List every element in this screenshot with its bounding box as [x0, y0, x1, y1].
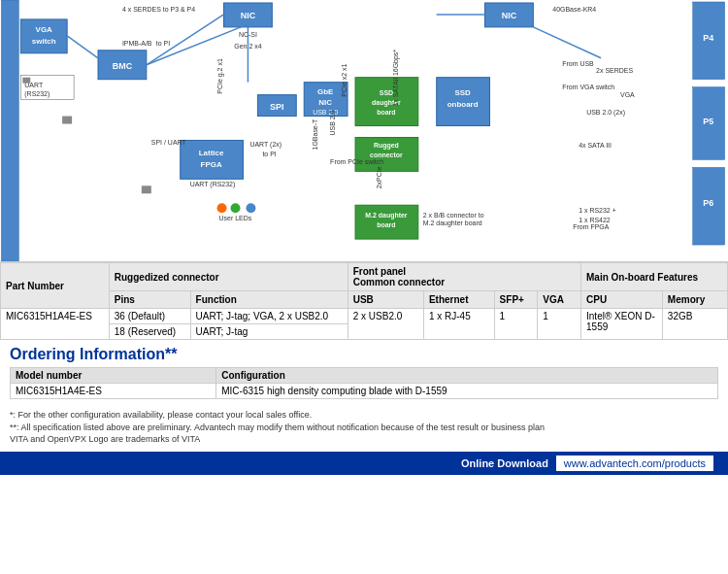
pins-header: Pins	[109, 291, 190, 309]
svg-text:IPMB-A/B: IPMB-A/B	[122, 40, 152, 47]
svg-text:From FPGA: From FPGA	[573, 223, 610, 230]
svg-text:(RS232): (RS232)	[24, 90, 50, 98]
ethernet-cell: 1 x RJ-45	[423, 309, 494, 340]
note-3: VITA and OpenVPX Logo are trademarks of …	[10, 433, 718, 446]
svg-text:SPI: SPI	[270, 102, 283, 112]
specs-table: Part Number Ruggedized connector Front p…	[0, 262, 728, 340]
svg-text:4 x SERDES to P3 & P4: 4 x SERDES to P3 & P4	[122, 6, 195, 13]
svg-text:SPI / UART: SPI / UART	[151, 139, 187, 146]
function-cell-1: UART; J-tag; VGA, 2 x USB2.0	[190, 309, 347, 324]
diagram-svg: P4 P5 P6 NIC NIC 4 x SERDES to P3 & P4 4…	[0, 0, 728, 261]
function-cell-2: UART; J-tag	[190, 324, 347, 340]
sfp-header: SFP+	[494, 291, 538, 309]
svg-text:USB 2.0 (2x): USB 2.0 (2x)	[586, 109, 625, 117]
svg-rect-74	[62, 117, 72, 124]
part-number-header: Part Number	[1, 263, 110, 309]
notes-section: *: For the other configuration availabil…	[0, 407, 728, 448]
svg-text:NIC: NIC	[241, 11, 256, 20]
svg-text:From PCIe switch: From PCIe switch	[330, 158, 383, 165]
svg-text:User LEDs: User LEDs	[219, 215, 252, 221]
svg-text:M.2 daughter: M.2 daughter	[365, 212, 408, 219]
svg-text:2 x B/B connector to: 2 x B/B connector to	[423, 212, 484, 219]
vga-cell: 1	[538, 309, 581, 340]
svg-text:board: board	[377, 109, 395, 116]
svg-text:40GBase-KR4: 40GBase-KR4	[552, 6, 596, 13]
svg-text:M.2 daughter board: M.2 daughter board	[423, 219, 482, 227]
memory-header: Memory	[662, 291, 727, 309]
svg-point-72	[246, 203, 255, 213]
table-row: MIC6315H1A4E-ES 36 (Default) UART; J-tag…	[1, 309, 728, 324]
svg-text:UART (RS232): UART (RS232)	[190, 181, 236, 188]
footer-label: Online Download	[461, 457, 548, 469]
part-number-cell: MIC6315H1A4E-ES	[1, 309, 110, 340]
svg-text:VGA: VGA	[620, 91, 635, 98]
svg-point-71	[231, 203, 241, 213]
svg-text:switch: switch	[32, 37, 56, 46]
svg-text:to PI: to PI	[262, 151, 276, 157]
svg-text:VGA: VGA	[36, 25, 53, 34]
svg-text:FPGA: FPGA	[201, 160, 222, 169]
footer-url: www.advantech.com/products	[556, 456, 713, 471]
main-features-header: Main On-board Features	[581, 263, 728, 291]
svg-text:BMC: BMC	[113, 61, 133, 71]
svg-text:Rugged: Rugged	[374, 142, 399, 150]
svg-text:1 x RS422: 1 x RS422	[579, 217, 611, 223]
ordering-config: MIC-6315 high density computing blade wi…	[216, 384, 718, 399]
ethernet-header: Ethernet	[423, 291, 494, 309]
svg-text:NIC: NIC	[502, 11, 517, 20]
block-diagram: P4 P5 P6 NIC NIC 4 x SERDES to P3 & P4 4…	[0, 0, 728, 262]
svg-rect-26	[22, 78, 30, 84]
svg-text:connector: connector	[370, 152, 403, 158]
svg-text:2xPCIe: 2xPCIe	[376, 166, 382, 188]
vga-header: VGA	[538, 291, 581, 309]
config-header: Configuration	[216, 368, 718, 384]
footer: Online Download www.advantech.com/produc…	[0, 452, 728, 475]
svg-rect-1	[1, 0, 18, 261]
specs-section: Part Number Ruggedized connector Front p…	[0, 262, 728, 340]
svg-text:PCIe x2 x1: PCIe x2 x1	[341, 63, 347, 96]
svg-text:UART (2x): UART (2x)	[249, 141, 281, 149]
cpu-header: CPU	[581, 291, 663, 309]
ordering-table: Model number Configuration MIC6315H1A4E-…	[10, 367, 718, 399]
svg-text:USB 2.0: USB 2.0	[329, 110, 336, 135]
ordering-row: MIC6315H1A4E-ES MIC-6315 high density co…	[11, 384, 718, 399]
svg-text:P5: P5	[703, 117, 713, 126]
svg-text:1x SATAll 16Gbps*: 1x SATAll 16Gbps*	[392, 50, 400, 107]
svg-text:board: board	[377, 221, 395, 228]
svg-text:P4: P4	[703, 33, 713, 43]
ordering-model: MIC6315H1A4E-ES	[11, 384, 216, 399]
svg-text:onboard: onboard	[447, 100, 479, 109]
usb-header: USB	[347, 291, 423, 309]
svg-text:PCIe g.2 x1: PCIe g.2 x1	[216, 58, 224, 94]
svg-text:NIC: NIC	[318, 98, 332, 107]
svg-text:Lattice: Lattice	[199, 149, 224, 157]
svg-text:to PI: to PI	[156, 40, 170, 47]
pins-cell-1: 36 (Default)	[109, 309, 190, 324]
model-header: Model number	[11, 368, 216, 384]
svg-text:4x SATA III: 4x SATA III	[579, 142, 612, 149]
function-header: Function	[190, 291, 347, 309]
ruggedized-header: Ruggedized connector	[109, 263, 347, 291]
note-2: **: All specification listed above are p…	[10, 422, 718, 434]
svg-text:P6: P6	[703, 198, 713, 208]
svg-text:From USB: From USB	[562, 60, 594, 67]
svg-point-70	[217, 203, 227, 213]
pins-cell-2: 18 (Reserved)	[109, 324, 190, 340]
ordering-title: Ordering Information**	[10, 346, 718, 363]
common-connector-subheader: Common connector	[353, 277, 445, 287]
sfp-cell: 1	[494, 309, 538, 340]
memory-cell: 32GB	[662, 309, 727, 340]
cpu-cell: Intel® XEON D-1559	[581, 309, 663, 340]
usb-cell: 2 x USB2.0	[347, 309, 423, 340]
ordering-section: Ordering Information** Model number Conf…	[0, 340, 728, 407]
svg-rect-75	[142, 186, 151, 193]
note-1: *: For the other configuration availabil…	[10, 409, 718, 422]
svg-text:From VGA switch: From VGA switch	[562, 84, 614, 90]
svg-text:1 x RS232 +: 1 x RS232 +	[579, 207, 616, 214]
svg-text:1GBase-T: 1GBase-T	[312, 118, 318, 151]
svg-text:GbE: GbE	[317, 87, 333, 96]
svg-text:2x SERDES: 2x SERDES	[596, 67, 633, 74]
svg-text:SSD: SSD	[454, 88, 471, 97]
front-panel-header: Front panel Common connector	[347, 263, 580, 291]
